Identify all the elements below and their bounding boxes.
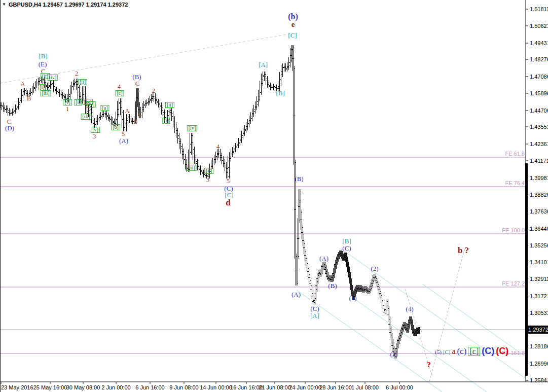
wave-label[interactable]: 1 xyxy=(138,111,141,118)
wave-label[interactable]: [i] xyxy=(38,84,46,90)
wave-label[interactable]: 2 xyxy=(152,87,156,94)
wave-label[interactable]: e xyxy=(291,21,295,28)
wave-label[interactable]: (C) xyxy=(342,245,351,252)
wave-label[interactable]: (B) xyxy=(328,282,337,289)
wave-label[interactable]: (A) xyxy=(291,291,301,298)
wave-label[interactable]: [iii] xyxy=(81,114,92,120)
channel-line-cyan-2[interactable] xyxy=(341,248,526,378)
wave-label[interactable]: [b] xyxy=(111,124,120,130)
wave-label[interactable]: [iii] xyxy=(41,90,51,96)
wave-label[interactable]: [C] xyxy=(288,32,297,39)
time-axis-label: 9 Jun 08:00 xyxy=(169,384,199,390)
wave-label[interactable]: [B] xyxy=(276,90,284,96)
wave-label[interactable]: (C) xyxy=(310,305,319,312)
chart-title-ohlc: GBPUSD,H4 1.29457 1.29697 1.29174 1.2937… xyxy=(9,2,128,8)
wave-label[interactable]: [iv] xyxy=(86,101,96,108)
price-axis-label: 1.42361 xyxy=(530,141,548,147)
wave-label[interactable]: 5 xyxy=(122,130,125,137)
price-axis-label: 1.39981 xyxy=(530,175,548,181)
wave-label[interactable]: B xyxy=(27,95,31,101)
wave-count-annotation[interactable]: (5)[C]a(c)[c](C)(C) xyxy=(435,346,510,356)
wave-count-annotation-segment: (5) xyxy=(435,349,442,355)
wave-label[interactable]: [iii] xyxy=(186,165,197,171)
wave-label[interactable]: 3 xyxy=(93,133,96,139)
wave-label[interactable]: b ? xyxy=(458,246,469,255)
time-axis-label: 30 May 08:00 xyxy=(66,384,100,390)
wave-label[interactable]: (A) xyxy=(119,137,128,144)
time-axis-label: 1 Jul 08:00 xyxy=(351,384,379,390)
wave-count-annotation-segment: (C) xyxy=(496,346,508,355)
time-axis-label: 6 Jul 00:00 xyxy=(386,384,413,390)
wave-label[interactable]: [B] xyxy=(342,238,351,244)
chart-window: ▼ GBPUSD,H4 1.29457 1.29697 1.29174 1.29… xyxy=(0,0,548,392)
price-axis-label: 1.32911 xyxy=(530,276,548,282)
vertical-marker-bar xyxy=(525,163,528,376)
time-axis-label: 2 Jun 00:00 xyxy=(101,384,131,390)
fib-line-label: FE 61.8 xyxy=(505,151,525,157)
wave-label[interactable]: [B] xyxy=(39,53,47,59)
price-axis-label: 1.48276 xyxy=(530,56,548,62)
wave-label[interactable]: (B) xyxy=(295,175,303,182)
price-axis-label: 1.49431 xyxy=(530,40,548,46)
price-axis-label: 1.31721 xyxy=(530,293,548,299)
time-axis-label: 28 Jun 16:00 xyxy=(319,384,352,390)
wave-label[interactable]: B xyxy=(133,118,138,125)
price-axis-label: 1.43551 xyxy=(530,124,548,130)
price-axis-label: 1.36446 xyxy=(530,226,548,232)
price-chart-plot-area[interactable] xyxy=(0,0,548,392)
wave-label[interactable]: (2) xyxy=(371,265,378,272)
wave-label[interactable]: 4 xyxy=(118,83,121,90)
wave-label[interactable]: (D) xyxy=(5,125,14,131)
wave-label[interactable]: [a] xyxy=(100,105,109,111)
current-price-label: 1.29372 xyxy=(527,326,548,334)
time-axis-label: 16 Jun 16:00 xyxy=(230,384,263,390)
ohlc-price-bars xyxy=(0,45,421,359)
price-axis-label: 1.25841 xyxy=(530,377,548,383)
wave-label[interactable]: (3) xyxy=(390,351,397,358)
time-axis-label: 14 Jun 00:00 xyxy=(200,384,232,390)
time-axis-label: 23 May 2016 xyxy=(1,384,33,390)
wave-label[interactable]: [ii] xyxy=(78,79,87,85)
fib-line-label: FE 127.2 xyxy=(502,280,525,287)
wave-label[interactable]: (1) xyxy=(349,295,356,301)
wave-label[interactable]: [A] xyxy=(259,61,268,68)
wave-label[interactable]: (4) xyxy=(406,306,413,312)
wave-label[interactable]: A xyxy=(20,81,25,87)
price-axis-label: 1.37636 xyxy=(530,208,548,215)
wave-count-annotation-segment: (C) xyxy=(482,346,494,355)
wave-label[interactable]: ? xyxy=(427,361,431,369)
wave-label[interactable]: [iv] xyxy=(48,75,58,81)
wave-label[interactable]: (E) xyxy=(39,61,47,67)
price-axis-label: 1.51811 xyxy=(530,6,548,12)
wave-label[interactable]: [ii] xyxy=(165,102,174,108)
wave-label[interactable]: [i] xyxy=(74,99,82,105)
fib-line-label: FE 76.4 xyxy=(505,180,525,186)
wave-label[interactable]: 2 xyxy=(75,70,79,77)
wave-label[interactable]: 1 xyxy=(66,105,69,112)
wave-label[interactable]: [v] xyxy=(204,168,213,174)
wave-label[interactable]: [A] xyxy=(310,312,319,319)
wave-label[interactable]: [iv] xyxy=(187,125,197,131)
price-axis-label: 1.38826 xyxy=(530,192,548,198)
channel-line-cyan-3[interactable] xyxy=(355,299,487,392)
price-axis-label: 1.34101 xyxy=(530,259,548,265)
price-axis-label: 1.28186 xyxy=(530,343,548,349)
time-axis-label: 6 Jun 16:00 xyxy=(135,384,165,390)
wave-label[interactable]: [i] xyxy=(162,118,170,124)
wave-label[interactable]: 5 xyxy=(227,177,230,184)
wave-count-annotation-segment: [c] xyxy=(468,347,480,356)
price-axis-label: 1.50621 xyxy=(530,23,548,29)
wave-label[interactable]: (A) xyxy=(319,255,328,262)
time-axis-label: 21 Jun 08:00 xyxy=(259,384,291,390)
wave-label[interactable]: [c] xyxy=(115,90,124,96)
channel-line-cyan-4[interactable] xyxy=(422,284,526,357)
wave-label[interactable]: 4 xyxy=(216,143,220,150)
wave-label[interactable]: d xyxy=(226,198,230,207)
wave-count-annotation-segment: a xyxy=(452,347,456,355)
wave-label[interactable]: A xyxy=(125,108,129,114)
wave-label[interactable]: C xyxy=(135,80,140,87)
price-axis-label: 1.26996 xyxy=(530,361,548,367)
wave-label[interactable]: 3 xyxy=(206,176,210,183)
symbol-dropdown-icon[interactable]: ▼ xyxy=(2,3,6,7)
wave-count-annotation-segment: (c) xyxy=(457,347,467,355)
